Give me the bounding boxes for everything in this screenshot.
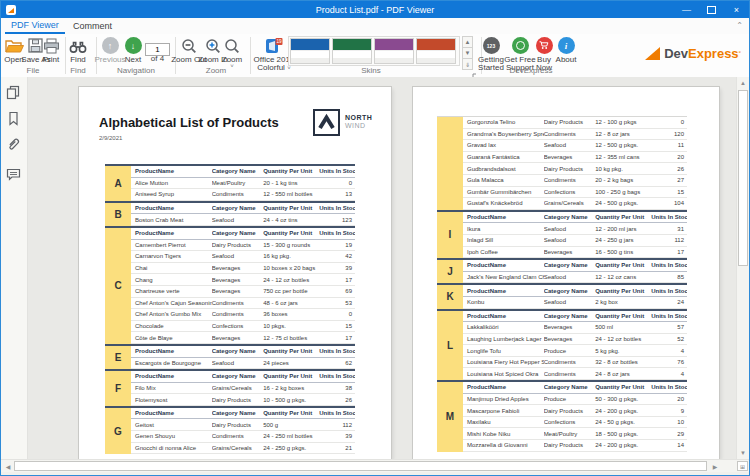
table-header-row: ProductNameCategory NameQuantity Per Uni…: [463, 382, 687, 394]
comments-icon[interactable]: [6, 167, 22, 183]
product-cell: Grains/Cereals: [212, 385, 264, 391]
scroll-up-icon[interactable]: ▲: [737, 77, 749, 89]
page-thumbnails-icon[interactable]: [6, 85, 22, 101]
product-cell: 32 - 8 oz bottles: [595, 359, 651, 365]
product-cell: 38: [319, 385, 355, 391]
close-button[interactable]: ×: [724, 1, 749, 18]
product-row: Gnocchi di nonna AliceGrains/Cereals24 -…: [131, 443, 355, 455]
product-cell: Beverages: [544, 324, 596, 330]
product-cell: 24: [651, 299, 687, 305]
scroll-down-icon[interactable]: ▼: [737, 447, 749, 459]
maximize-button[interactable]: [699, 1, 724, 18]
product-cell: 9: [651, 408, 687, 414]
product-cell: Carnarvon Tigers: [131, 253, 212, 259]
pdf-viewer-window: Product List.pdf - PDF Viewer — × PDF Vi…: [0, 0, 750, 476]
minimize-button[interactable]: —: [674, 1, 699, 18]
product-cell: 21: [319, 445, 355, 451]
find-button[interactable]: Find: [67, 36, 89, 64]
column-header: Quantity Per Unit: [595, 288, 651, 294]
group-caption-file: File: [3, 66, 63, 75]
product-cell: Beverages: [544, 154, 596, 160]
product-cell: 2 kg box: [595, 299, 651, 305]
report-title: Alphabetical List of Products: [99, 115, 279, 130]
bookmarks-icon[interactable]: [6, 111, 22, 127]
next-button[interactable]: ↓ Next: [119, 36, 147, 64]
product-cell: 10 boxes x 20 bags: [263, 265, 319, 271]
about-label: About: [556, 56, 577, 64]
ribbon: Open Save As Print File Find Find ↑: [1, 34, 749, 78]
table-header-row: ProductNameCategory NameQuantity Per Uni…: [131, 346, 355, 358]
skin-swatch[interactable]: [416, 38, 456, 64]
vertical-scrollbar-thumb[interactable]: [738, 90, 748, 266]
attachments-icon[interactable]: [6, 137, 22, 153]
product-row: Chartreuse verteBeverages750 cc per bott…: [131, 286, 355, 298]
product-row: FlotemysostDairy Products10 - 500 g pkgs…: [131, 394, 355, 406]
product-cell: Gnocchi di nonna Alice: [131, 445, 212, 451]
column-header: Category Name: [212, 205, 264, 211]
product-cell: 24 - 250 g pkgs.: [263, 445, 319, 451]
product-row: Filo MixGrains/Cereals16 - 2 kg boxes38: [131, 383, 355, 395]
column-header: Units In Stock: [651, 384, 687, 390]
product-cell: Ikura: [463, 226, 544, 232]
product-cell: 12 - 12 oz cans: [595, 274, 651, 280]
product-cell: 12 - 355 ml cans: [595, 154, 651, 160]
print-button[interactable]: Print: [39, 36, 63, 64]
group-caption-skins: Skins: [341, 66, 401, 75]
product-row: Gula MalaccaCondiments20 - 2 kg bags27: [463, 175, 687, 187]
product-cell: Grandma's Boysenberry Spread: [463, 131, 544, 137]
table-header-row: ProductNameCategory NameQuantity Per Uni…: [131, 408, 355, 420]
group-letter: I: [437, 212, 463, 258]
product-cell: 39: [319, 433, 355, 439]
product-cell: 11: [651, 142, 687, 148]
column-header: ProductName: [131, 168, 212, 174]
logo-express-text: Express: [688, 46, 739, 61]
collapse-ribbon-icon[interactable]: ⌃: [736, 21, 743, 30]
scroll-right-icon[interactable]: ▶: [709, 460, 721, 472]
zoom-dropdown-button[interactable]: Zoom ˅: [219, 36, 245, 69]
product-row: Chef Anton's Cajun SeasoningCondiments48…: [131, 298, 355, 310]
tab-pdf-viewer[interactable]: PDF Viewer: [5, 18, 65, 34]
skin-swatch[interactable]: [290, 38, 330, 64]
product-cell: 52: [651, 336, 687, 342]
group-letter: C: [105, 228, 131, 344]
column-header: Quantity Per Unit: [263, 410, 319, 416]
product-cell: 24 - 500 g pkgs.: [595, 200, 651, 206]
product-row: Guaraná FantásticaBeverages12 - 355 ml c…: [463, 152, 687, 164]
product-row: Longlife TofuProduce5 kg pkg.4: [463, 345, 687, 357]
about-button[interactable]: i About: [553, 36, 579, 64]
magnifier-minus-icon: [181, 36, 197, 54]
tab-comment[interactable]: Comment: [67, 18, 118, 34]
horizontal-scrollbar-thumb[interactable]: [14, 461, 707, 471]
product-cell: Gumbär Gummibärchen: [463, 189, 544, 195]
product-cell: 24 - 8 oz jars: [595, 371, 651, 377]
info-icon: i: [558, 36, 575, 54]
product-cell: 100 - 250 g bags: [595, 189, 651, 195]
skin-swatch[interactable]: [374, 38, 414, 64]
product-cell: 31: [651, 226, 687, 232]
product-cell: 69: [319, 288, 355, 294]
scrollbar-corner-button[interactable]: ⊞: [737, 461, 748, 471]
product-row: Alice MuttonMeat/Poultry20 - 1 kg tins0: [131, 178, 355, 190]
horizontal-scrollbar[interactable]: ◀ ▶ ⊞: [1, 459, 749, 472]
product-cell: 12 - 500 g pkgs.: [595, 142, 651, 148]
product-cell: 24 - 250 ml bottles: [263, 433, 319, 439]
product-row: Grandma's Boysenberry SpreadCondiments12…: [463, 129, 687, 141]
product-cell: 27: [651, 177, 687, 183]
column-header: Quantity Per Unit: [263, 168, 319, 174]
column-header: ProductName: [131, 205, 212, 211]
scroll-left-icon[interactable]: ◀: [2, 460, 14, 472]
product-cell: 48 - 6 oz jars: [263, 300, 319, 306]
table-header-row: ProductNameCategory NameQuantity Per Uni…: [463, 212, 687, 224]
product-row: Laughing Lumberjack LagerBeverages24 - 1…: [463, 334, 687, 346]
product-cell: 750 cc per bottle: [263, 288, 319, 294]
product-row: Mishi Kobe NikuMeat/Poultry18 - 500 g pk…: [463, 428, 687, 440]
product-cell: 10 - 500 g pkgs.: [263, 397, 319, 403]
column-header: Category Name: [544, 288, 596, 294]
product-cell: Geitost: [131, 422, 212, 428]
product-cell: Chef Anton's Gumbo Mix: [131, 311, 212, 317]
column-header: Units In Stock: [319, 373, 355, 379]
skin-swatch[interactable]: [332, 38, 372, 64]
product-row: Carnarvon TigersSeafood16 kg pkg.42: [131, 251, 355, 263]
vertical-scrollbar[interactable]: ▲ ▼: [736, 77, 749, 459]
product-row: Escargots de BourgogneSeafood24 pieces62: [131, 358, 355, 370]
